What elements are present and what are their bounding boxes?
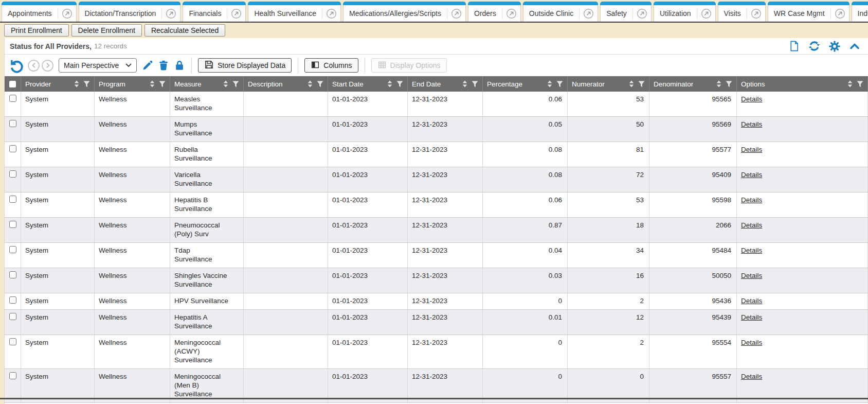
numerator-cell: 34 [568,243,649,268]
row-checkbox[interactable] [9,246,16,253]
details-link[interactable]: Details [741,373,762,380]
module-tab[interactable]: Visits [718,2,766,22]
open-in-new-window-icon[interactable] [579,8,598,19]
module-tab[interactable]: Utilization [654,2,716,22]
row-checkbox[interactable] [9,145,16,152]
sort-arrows-icon[interactable] [716,80,721,87]
columns-button[interactable]: Columns [304,58,358,73]
store-displayed-data-button[interactable]: Store Displayed Data [198,58,292,73]
delete-enrollment-button[interactable]: Delete Enrollment [71,24,142,37]
column-header[interactable]: Description [244,76,328,92]
module-tab[interactable]: Appointments [2,2,77,22]
open-in-new-window-icon[interactable] [632,8,651,19]
filter-funnel-icon[interactable] [726,81,732,87]
nav-forward-icon[interactable] [42,60,53,72]
row-checkbox[interactable] [9,196,16,203]
filter-funnel-icon[interactable] [556,81,563,87]
undo-icon[interactable] [10,58,25,73]
open-in-new-window-icon[interactable] [227,8,245,19]
tab-accent-bar [523,2,598,5]
column-header[interactable]: Options [737,76,868,92]
row-checkbox[interactable] [9,296,16,304]
details-link[interactable]: Details [741,120,762,128]
collapse-chevron-up-icon[interactable] [848,40,861,52]
module-tab[interactable]: Outside Clinic [523,2,598,22]
row-checkbox[interactable] [9,271,16,278]
module-tab[interactable]: Industrial H [852,2,868,22]
details-link[interactable]: Details [741,247,762,254]
details-link[interactable]: Details [741,146,762,153]
row-checkbox[interactable] [9,170,16,178]
column-header[interactable]: Denominator [649,76,737,92]
delete-trash-icon[interactable] [158,60,169,71]
details-link[interactable]: Details [741,196,762,204]
column-header[interactable]: Program [95,76,170,92]
sort-arrows-icon[interactable] [223,80,228,87]
row-checkbox[interactable] [9,372,16,379]
row-checkbox[interactable] [9,95,16,102]
open-in-new-window-icon[interactable] [322,8,340,19]
sort-arrows-icon[interactable] [629,80,634,87]
details-link[interactable]: Details [741,221,762,229]
module-tab[interactable]: Orders [468,2,521,22]
sort-arrows-icon[interactable] [547,80,552,87]
module-tab[interactable]: Medications/Allergies/Scripts [343,2,466,22]
filter-funnel-icon[interactable] [232,81,239,87]
sort-arrows-icon[interactable] [387,80,392,87]
sort-arrows-icon[interactable] [74,80,79,87]
details-link[interactable]: Details [741,95,762,103]
print-enrollment-button[interactable]: Print Enrollment [4,24,69,37]
column-header[interactable]: Numerator [568,76,649,92]
edit-pencil-icon[interactable] [142,60,153,71]
provider-cell: System [21,218,95,242]
new-document-icon[interactable] [788,40,800,52]
module-tab[interactable]: Financials [183,2,246,22]
details-link[interactable]: Details [741,313,762,321]
column-header[interactable]: End Date [408,76,483,92]
recalculate-selected-button[interactable]: Recalculate Selected [144,24,226,37]
details-link[interactable]: Details [741,171,762,179]
open-in-new-window-icon[interactable] [161,8,180,19]
select-all-checkbox[interactable] [9,81,16,87]
open-in-new-window-icon[interactable] [502,8,520,19]
details-link[interactable]: Details [741,297,762,305]
row-checkbox[interactable] [9,338,16,345]
sort-arrows-icon[interactable] [847,80,853,87]
row-checkbox[interactable] [9,221,16,228]
module-tab[interactable]: Dictation/Transcription [79,2,181,22]
filter-funnel-icon[interactable] [159,81,166,87]
perspective-select[interactable]: Main Perspective [59,58,137,73]
sort-arrows-icon[interactable] [462,80,467,87]
filter-funnel-icon[interactable] [472,81,478,87]
lock-icon[interactable] [174,60,185,71]
filter-funnel-icon[interactable] [396,81,403,87]
open-in-new-window-icon[interactable] [58,8,76,19]
tab-label: Industrial H [852,9,868,17]
row-checkbox[interactable] [9,120,16,127]
details-link[interactable]: Details [741,339,762,346]
nav-back-icon[interactable] [28,60,40,72]
filter-funnel-icon[interactable] [857,81,863,87]
denominator-cell: 2066 [649,218,737,242]
sort-arrows-icon[interactable] [150,80,155,87]
table-row: System Wellness Pneumococcal (Poly) Surv… [5,218,868,243]
module-tab[interactable]: Safety [600,2,652,22]
settings-gear-icon[interactable] [828,40,841,52]
module-tab[interactable]: Health Surveillance [248,2,341,22]
module-tab[interactable]: WR Case Mgmt [768,2,849,22]
column-header[interactable]: Percentage [483,76,568,92]
filter-funnel-icon[interactable] [638,81,645,87]
column-header[interactable]: Provider [21,76,95,92]
open-in-new-window-icon[interactable] [830,8,849,19]
filter-funnel-icon[interactable] [83,81,90,87]
row-checkbox[interactable] [9,313,16,320]
column-header[interactable]: Measure [170,76,244,92]
open-in-new-window-icon[interactable] [697,8,715,19]
column-header[interactable]: Start Date [328,76,408,92]
sort-arrows-icon[interactable] [308,80,313,87]
details-link[interactable]: Details [741,272,762,279]
open-in-new-window-icon[interactable] [447,8,465,19]
refresh-icon[interactable] [808,40,821,52]
open-in-new-window-icon[interactable] [747,8,765,19]
filter-funnel-icon[interactable] [317,81,323,87]
